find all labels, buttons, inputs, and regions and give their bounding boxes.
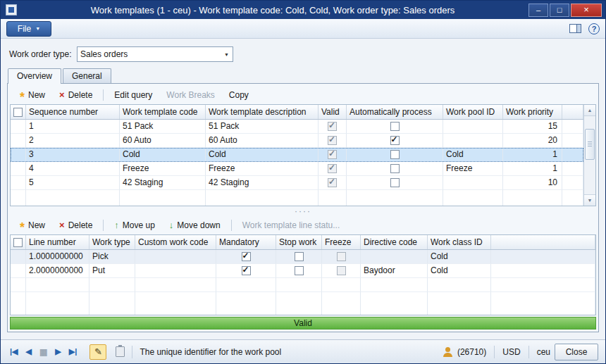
- cell-work-template-code[interactable]: 51 Pack: [120, 120, 206, 134]
- cell-directive-code[interactable]: [361, 250, 428, 264]
- cell-sequence-number[interactable]: 2: [26, 134, 120, 148]
- close-window-button[interactable]: ×: [571, 4, 602, 17]
- edit-query-button[interactable]: Edit query: [107, 89, 159, 101]
- table-row-selected[interactable]: 3 Cold Cold Cold 1: [11, 148, 583, 162]
- col-mandatory[interactable]: Mandatory: [216, 235, 276, 249]
- splitter-handle[interactable]: ····: [10, 206, 596, 216]
- cell-stop-work[interactable]: [276, 264, 322, 278]
- cell-work-template-description[interactable]: 51 Pack: [206, 120, 319, 134]
- cell-line-number[interactable]: 1.0000000000: [26, 250, 89, 264]
- col-freeze[interactable]: Freeze: [322, 235, 361, 249]
- move-up-button[interactable]: ↑ Move up: [107, 219, 162, 232]
- tab-general[interactable]: General: [63, 68, 111, 83]
- scrollbar-thumb[interactable]: [585, 129, 595, 160]
- col-work-pool-id[interactable]: Work pool ID: [443, 105, 503, 119]
- stop-work-checkbox[interactable]: [295, 266, 304, 275]
- cell-work-priority[interactable]: 15: [503, 120, 562, 134]
- clipboard-icon[interactable]: [116, 346, 125, 357]
- table-row-active[interactable]: 1.0000000000 Pick Cold: [11, 250, 595, 264]
- cell-sequence-number[interactable]: 3: [26, 148, 120, 162]
- table-row[interactable]: 1 51 Pack 51 Pack 15: [11, 120, 583, 134]
- scroll-down-icon[interactable]: ▼: [584, 194, 595, 206]
- col-work-template-code[interactable]: Work template code: [120, 105, 206, 119]
- cell-automatically-process[interactable]: [347, 120, 443, 134]
- automatically-process-checkbox[interactable]: [390, 122, 400, 131]
- cell-sequence-number[interactable]: 1: [26, 120, 120, 134]
- col-sequence-number[interactable]: Sequence number: [26, 105, 120, 119]
- col-valid[interactable]: Valid: [319, 105, 347, 119]
- col-line-number[interactable]: Line number: [26, 235, 89, 249]
- copy-button[interactable]: Copy: [222, 89, 256, 101]
- row-selector[interactable]: [11, 250, 26, 264]
- cell-stop-work[interactable]: [276, 250, 322, 264]
- move-down-button[interactable]: ↓ Move down: [162, 219, 228, 232]
- cell-mandatory[interactable]: [216, 250, 276, 264]
- cell-automatically-process[interactable]: [347, 162, 443, 176]
- cell-work-class-id[interactable]: Cold: [428, 250, 491, 264]
- row-selector[interactable]: [11, 162, 26, 176]
- row-selector[interactable]: [11, 120, 26, 134]
- cell-work-template-code[interactable]: Freeze: [120, 162, 206, 176]
- row-selector[interactable]: [11, 148, 26, 162]
- automatically-process-checkbox[interactable]: [390, 150, 400, 159]
- cell-automatically-process[interactable]: [347, 148, 443, 162]
- new-button[interactable]: * New: [13, 89, 52, 101]
- work-order-type-value[interactable]: Sales orders: [78, 47, 221, 61]
- cell-directive-code[interactable]: Baydoor: [361, 264, 428, 278]
- notifications-count[interactable]: (26710): [457, 347, 486, 357]
- cell-work-template-code[interactable]: 42 Staging: [120, 176, 206, 190]
- cell-work-priority[interactable]: 10: [503, 176, 562, 190]
- select-all-cell[interactable]: [11, 105, 26, 119]
- automatically-process-checkbox[interactable]: [390, 164, 400, 173]
- cell-work-pool-id[interactable]: [443, 120, 503, 134]
- cell-work-type[interactable]: Put: [89, 264, 135, 278]
- mandatory-checkbox[interactable]: [242, 266, 251, 275]
- col-directive-code[interactable]: Directive code: [361, 235, 428, 249]
- col-work-template-description[interactable]: Work template description: [206, 105, 319, 119]
- col-work-type[interactable]: Work type: [89, 235, 135, 249]
- notifications-icon[interactable]: [443, 347, 453, 357]
- cell-work-priority[interactable]: 20: [503, 134, 562, 148]
- table-row[interactable]: 4 Freeze Freeze Freeze 1: [11, 162, 583, 176]
- work-order-type-combobox[interactable]: Sales orders ▼: [77, 46, 233, 62]
- cell-line-number[interactable]: 2.0000000000: [26, 264, 89, 278]
- cell-work-priority[interactable]: 1: [503, 162, 562, 176]
- cell-work-pool-id[interactable]: [443, 134, 503, 148]
- tab-overview[interactable]: Overview: [8, 68, 61, 84]
- help-icon[interactable]: ?: [588, 23, 600, 34]
- cell-automatically-process[interactable]: [347, 134, 443, 148]
- delete-button[interactable]: × Delete: [52, 89, 99, 101]
- cell-automatically-process[interactable]: [347, 176, 443, 190]
- select-all-cell[interactable]: [11, 235, 26, 249]
- cell-work-type[interactable]: Pick: [89, 250, 135, 264]
- cell-work-template-code[interactable]: 60 Auto: [120, 134, 206, 148]
- table-row[interactable]: 2.0000000000 Put Baydoor Cold: [11, 264, 595, 278]
- col-work-priority[interactable]: Work priority: [503, 105, 562, 119]
- new-line-button[interactable]: * New: [13, 219, 52, 232]
- col-work-class-id[interactable]: Work class ID: [428, 235, 491, 249]
- nav-last-icon[interactable]: ▶|: [67, 346, 80, 358]
- cell-work-template-description[interactable]: 60 Auto: [206, 134, 319, 148]
- col-automatically-process[interactable]: Automatically process: [347, 105, 443, 119]
- window-layout-icon[interactable]: [569, 24, 581, 33]
- cell-work-priority[interactable]: 1: [503, 148, 562, 162]
- vertical-scrollbar[interactable]: ▲ ▼: [583, 105, 595, 206]
- col-custom-work-code[interactable]: Custom work code: [135, 235, 216, 249]
- automatically-process-checkbox[interactable]: [390, 178, 400, 187]
- select-all-checkbox[interactable]: [13, 238, 23, 247]
- mandatory-checkbox[interactable]: [242, 252, 251, 261]
- cell-custom-work-code[interactable]: [135, 264, 216, 278]
- stop-work-checkbox[interactable]: [295, 252, 304, 261]
- cell-work-pool-id[interactable]: Freeze: [443, 162, 503, 176]
- table-row[interactable]: 5 42 Staging 42 Staging 10: [11, 176, 583, 190]
- cell-work-template-description[interactable]: Freeze: [206, 162, 319, 176]
- combobox-dropdown-icon[interactable]: ▼: [221, 47, 233, 61]
- cell-sequence-number[interactable]: 4: [26, 162, 120, 176]
- cell-work-pool-id[interactable]: [443, 176, 503, 190]
- nav-previous-icon[interactable]: ◀: [24, 346, 34, 358]
- row-selector[interactable]: [11, 176, 26, 190]
- cell-sequence-number[interactable]: 5: [26, 176, 120, 190]
- minimize-button[interactable]: –: [528, 4, 548, 17]
- cell-work-class-id[interactable]: Cold: [428, 264, 491, 278]
- row-selector[interactable]: [11, 264, 26, 278]
